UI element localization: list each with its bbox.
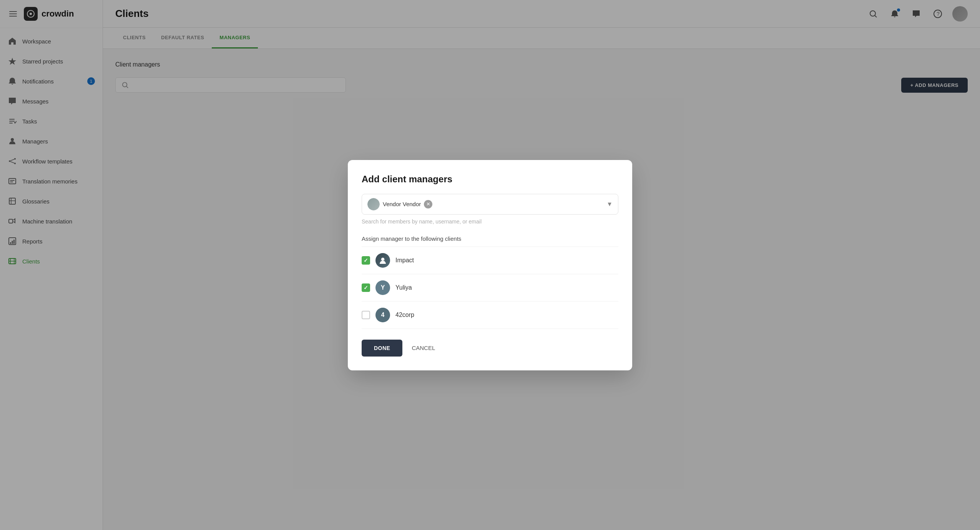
dropdown-arrow-icon: ▼ bbox=[606, 201, 613, 208]
client-list: ✓ Impact ✓ Y Yuliya bbox=[362, 247, 618, 329]
checkbox-yuliya[interactable]: ✓ bbox=[362, 283, 370, 292]
check-icon: ✓ bbox=[364, 285, 368, 291]
check-icon: ✓ bbox=[364, 257, 368, 263]
assign-label: Assign manager to the following clients bbox=[362, 235, 618, 242]
client-row-yuliya[interactable]: ✓ Y Yuliya bbox=[362, 274, 618, 302]
client-row-42corp[interactable]: 4 42corp bbox=[362, 302, 618, 329]
member-tag-avatar bbox=[367, 198, 380, 210]
client-avatar-yuliya: Y bbox=[375, 280, 390, 295]
client-row-impact[interactable]: ✓ Impact bbox=[362, 247, 618, 274]
member-search-placeholder[interactable]: Search for members by name, username, or… bbox=[362, 215, 618, 228]
client-name-yuliya: Yuliya bbox=[395, 284, 412, 291]
add-client-managers-modal: Add client managers Vendor Vendor ✕ ▼ Se… bbox=[348, 160, 632, 370]
svg-point-32 bbox=[381, 258, 384, 261]
member-select-field[interactable]: Vendor Vendor ✕ ▼ bbox=[362, 194, 618, 215]
member-tag-name: Vendor Vendor bbox=[383, 201, 421, 207]
client-name-42corp: 42corp bbox=[395, 312, 414, 318]
modal-footer: DONE CANCEL bbox=[362, 340, 618, 357]
cancel-button[interactable]: CANCEL bbox=[412, 345, 435, 351]
done-button[interactable]: DONE bbox=[362, 340, 402, 357]
member-tag-remove[interactable]: ✕ bbox=[424, 200, 432, 208]
client-avatar-impact bbox=[375, 253, 390, 268]
client-name-impact: Impact bbox=[395, 257, 414, 264]
checkbox-42corp[interactable] bbox=[362, 311, 370, 319]
checkbox-impact[interactable]: ✓ bbox=[362, 256, 370, 265]
client-avatar-42corp: 4 bbox=[375, 308, 390, 322]
modal-title: Add client managers bbox=[362, 174, 618, 185]
modal-overlay[interactable]: Add client managers Vendor Vendor ✕ ▼ Se… bbox=[0, 0, 980, 530]
member-tag: Vendor Vendor ✕ bbox=[367, 198, 432, 210]
